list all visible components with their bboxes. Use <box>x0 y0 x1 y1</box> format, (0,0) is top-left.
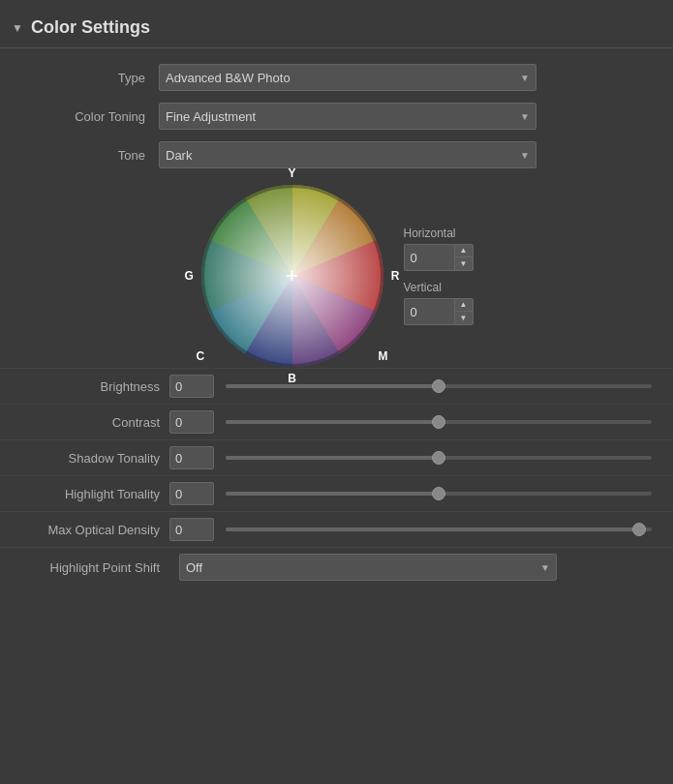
slider-label-2: Shadow Tonality <box>19 451 160 466</box>
slider-input-0[interactable] <box>169 375 214 398</box>
section-header: ▼ Color Settings <box>0 10 673 48</box>
slider-input-4[interactable] <box>169 518 214 541</box>
horizontal-spin-up[interactable]: ▲ <box>455 245 473 257</box>
vertical-input[interactable] <box>404 298 454 325</box>
slider-thumb-0[interactable] <box>432 379 445 393</box>
slider-container: BrightnessContrastShadow TonalityHighlig… <box>0 368 673 547</box>
slider-row-contrast: Contrast <box>0 404 673 439</box>
slider-fill-3 <box>226 492 439 496</box>
wheel-label-g: G <box>185 269 194 283</box>
wheel-label-r: R <box>391 269 400 283</box>
slider-thumb-4[interactable] <box>632 523 646 536</box>
wheel-controls: Horizontal ▲ ▼ Vertical <box>404 226 474 325</box>
slider-label-0: Brightness <box>19 379 160 394</box>
type-label: Type <box>19 71 145 85</box>
color-toning-label: Color Toning <box>19 109 145 124</box>
slider-track-2[interactable] <box>226 456 652 460</box>
vertical-label: Vertical <box>404 281 474 294</box>
horizontal-spin-buttons: ▲ ▼ <box>454 244 474 271</box>
slider-track-3[interactable] <box>226 492 652 496</box>
color-wheel-section: Y G R B M C <box>0 174 673 368</box>
highlight-point-shift-arrow: ▼ <box>540 562 550 573</box>
slider-thumb-3[interactable] <box>432 487 445 500</box>
color-toning-value: Fine Adjustment <box>166 109 512 124</box>
color-wheel-container[interactable]: Y G R B M C <box>200 184 384 368</box>
tone-row: Tone Dark ▼ <box>0 136 673 174</box>
slider-input-1[interactable] <box>169 410 214 434</box>
wheel-label-c: C <box>197 349 205 363</box>
slider-thumb-1[interactable] <box>432 415 445 429</box>
slider-label-4: Max Optical Density <box>19 523 160 537</box>
tone-dropdown-arrow: ▼ <box>520 150 530 161</box>
horizontal-label: Horizontal <box>404 226 474 240</box>
color-settings-panel: ▼ Color Settings Type Advanced B&W Photo… <box>0 0 673 606</box>
tone-value: Dark <box>166 148 512 163</box>
horizontal-input[interactable] <box>404 244 454 271</box>
vertical-spin-up[interactable]: ▲ <box>455 299 473 312</box>
slider-fill-4 <box>226 528 639 531</box>
wheel-label-y: Y <box>288 166 295 180</box>
highlight-point-shift-label: Highlight Point Shift <box>19 560 160 575</box>
slider-fill-1 <box>226 420 439 424</box>
type-dropdown[interactable]: Advanced B&W Photo ▼ <box>159 64 536 91</box>
slider-fill-0 <box>226 384 439 388</box>
wheel-label-m: M <box>379 349 388 363</box>
vertical-spin-buttons: ▲ ▼ <box>454 298 474 325</box>
color-toning-dropdown[interactable]: Fine Adjustment ▼ <box>159 103 536 130</box>
section-body: Type Advanced B&W Photo ▼ Color Toning F… <box>0 48 673 596</box>
collapse-arrow[interactable]: ▼ <box>12 21 23 35</box>
slider-input-3[interactable] <box>169 482 214 505</box>
slider-track-4[interactable] <box>226 528 652 531</box>
slider-row-max-optical-density: Max Optical Density <box>0 511 673 547</box>
color-toning-row: Color Toning Fine Adjustment ▼ <box>0 97 673 136</box>
type-dropdown-arrow: ▼ <box>520 73 530 83</box>
tone-label: Tone <box>19 148 145 163</box>
wheel-label-b: B <box>288 372 296 385</box>
horizontal-spin-group: Horizontal ▲ ▼ <box>404 226 474 271</box>
slider-row-highlight-tonality: Highlight Tonality <box>0 475 673 511</box>
slider-label-3: Highlight Tonality <box>19 487 160 501</box>
vertical-control: ▲ ▼ <box>404 298 474 325</box>
slider-track-0[interactable] <box>226 384 652 388</box>
slider-label-1: Contrast <box>19 415 160 430</box>
slider-row-brightness: Brightness <box>0 368 673 404</box>
color-toning-dropdown-arrow: ▼ <box>520 111 530 122</box>
slider-track-1[interactable] <box>226 420 652 424</box>
wheel-center-crosshair: + <box>286 265 298 286</box>
slider-fill-2 <box>226 456 439 460</box>
vertical-spin-group: Vertical ▲ ▼ <box>404 281 474 325</box>
slider-row-shadow-tonality: Shadow Tonality <box>0 439 673 475</box>
horizontal-spin-down[interactable]: ▼ <box>455 257 473 270</box>
slider-thumb-2[interactable] <box>432 451 445 465</box>
slider-input-2[interactable] <box>169 446 214 469</box>
vertical-spin-down[interactable]: ▼ <box>455 312 473 324</box>
type-dropdown-value: Advanced B&W Photo <box>166 71 512 85</box>
highlight-point-shift-dropdown[interactable]: Off ▼ <box>179 554 557 581</box>
tone-dropdown[interactable]: Dark ▼ <box>159 141 536 168</box>
horizontal-control: ▲ ▼ <box>404 244 474 271</box>
highlight-point-shift-row: Highlight Point Shift Off ▼ <box>0 547 673 587</box>
panel-title: Color Settings <box>31 17 150 38</box>
color-wheel-row: Y G R B M C <box>19 184 654 368</box>
type-row: Type Advanced B&W Photo ▼ <box>0 58 673 97</box>
highlight-point-shift-value: Off <box>186 560 533 575</box>
